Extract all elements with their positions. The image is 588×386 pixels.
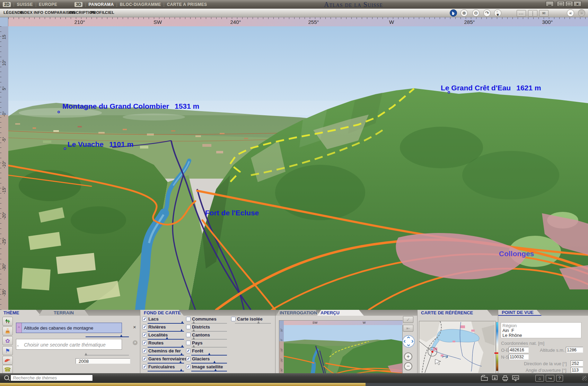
- split-view-button[interactable]: [528, 10, 537, 17]
- menu-info[interactable]: INFO: [34, 10, 43, 15]
- home-button[interactable]: ⌂: [535, 375, 544, 381]
- profile-line-button[interactable]: ---: [517, 10, 526, 17]
- slider-chemins-de-fer[interactable]: [148, 353, 184, 356]
- slider-gares-ferroviaires[interactable]: [148, 361, 184, 364]
- place-label-collonges[interactable]: Collonges: [499, 250, 534, 258]
- slider-routes[interactable]: [148, 345, 184, 348]
- view-carte-a-prismes[interactable]: CARTE A PRISMES: [167, 2, 207, 7]
- checkbox-glaciers[interactable]: ✓: [186, 357, 191, 361]
- checkbox-communes[interactable]: [186, 317, 191, 321]
- link-button[interactable]: ↪: [546, 375, 554, 381]
- tab-apercu[interactable]: APERÇU: [317, 310, 364, 316]
- checkbox-rivieres[interactable]: ✓: [142, 325, 147, 329]
- checkbox-cantons[interactable]: [186, 333, 191, 337]
- mode-2d-button[interactable]: 2D: [3, 2, 11, 7]
- nav-forward-button[interactable]: »: [578, 9, 585, 17]
- tab-terrain[interactable]: TERRAIN: [39, 310, 89, 316]
- print-icon[interactable]: [502, 375, 509, 381]
- checkbox-chemins-de-fer[interactable]: ✓: [142, 349, 147, 353]
- theme-map-slider[interactable]: [86, 335, 129, 338]
- reset-view-button[interactable]: ⇤: [403, 325, 413, 332]
- checkbox-routes[interactable]: ✓: [142, 341, 147, 345]
- theme-map-close-button[interactable]: ×: [133, 324, 136, 330]
- peak-label-le-vuache[interactable]: Le Vuache1101 m: [68, 140, 133, 149]
- view-bloc-diagramme[interactable]: BLOC-DIAGRAMME: [120, 2, 161, 7]
- view-panorama[interactable]: PANORAMA: [89, 2, 114, 7]
- tab-fond-de-carte[interactable]: FOND DE CARTE: [140, 310, 184, 316]
- slider-cantons[interactable]: [191, 337, 227, 340]
- checkbox-gares-ferroviaires[interactable]: ✓: [142, 357, 147, 361]
- zoom-out-tool-button[interactable]: ⊖: [472, 9, 480, 17]
- checkbox-pays[interactable]: [186, 341, 191, 345]
- compass-bar[interactable]: 210° SW 240° 255° W 285° 300°: [8, 17, 588, 26]
- maximize-button[interactable]: [557, 1, 565, 7]
- preview-zoom-in-button[interactable]: +: [404, 352, 412, 361]
- theme-map-combo[interactable]: ^ Altitude des cabanes de montagne: [16, 323, 122, 333]
- slider-communes[interactable]: [191, 321, 227, 324]
- panorama-preview[interactable]: SW W 10° 0° -10° -20° -30°: [279, 320, 403, 377]
- slider-image-satellite[interactable]: [191, 369, 227, 372]
- checkbox-foret[interactable]: ✓: [186, 349, 191, 353]
- help-button[interactable]: ?: [556, 375, 563, 381]
- pan-pad-button[interactable]: [402, 335, 415, 348]
- slider-pays[interactable]: [191, 345, 227, 348]
- pointer-tool-button[interactable]: [450, 9, 457, 17]
- direction-input[interactable]: [571, 360, 583, 366]
- preview-zoom-out-button[interactable]: −: [404, 362, 412, 370]
- checkbox-localites[interactable]: ✓: [142, 333, 147, 337]
- view-suisse[interactable]: SUISSE: [17, 2, 33, 7]
- slider-funiculaires[interactable]: [148, 369, 184, 372]
- tab-carte-de-reference[interactable]: CARTE DE RÉFÉRENCE: [418, 310, 492, 316]
- reference-map[interactable]: [419, 321, 496, 374]
- checkbox-funiculaires[interactable]: ✓: [142, 365, 147, 369]
- peak-label-grand-colombier[interactable]: Montagne du Grand Colombier1531 m: [62, 102, 199, 110]
- angle-input[interactable]: [571, 367, 583, 373]
- export-image-icon[interactable]: [512, 375, 519, 381]
- zoom-in-tool-button[interactable]: ⊕: [460, 9, 468, 17]
- second-theme-combo[interactable]: ^ Choisir une seconde carte thématique: [16, 339, 122, 350]
- theme-flower-icon[interactable]: ✿: [2, 336, 13, 345]
- restore-button[interactable]: [565, 1, 573, 7]
- oe-input[interactable]: [509, 347, 529, 353]
- pan-view-button[interactable]: ↷: [483, 9, 491, 17]
- slider-foret[interactable]: [191, 353, 227, 356]
- theme-phone-icon[interactable]: ☎: [2, 365, 13, 374]
- panorama-3d-view[interactable]: [8, 26, 588, 310]
- theme-trees-icon[interactable]: [2, 317, 13, 326]
- slider-districts[interactable]: [191, 329, 227, 332]
- nav-back-button[interactable]: «: [567, 9, 574, 17]
- minimize-button[interactable]: [546, 1, 554, 7]
- theme-bird-icon[interactable]: [2, 356, 13, 365]
- slider-carte-isolee[interactable]: [235, 321, 271, 324]
- menu-index[interactable]: INDEX: [20, 10, 33, 15]
- menu-profil[interactable]: PROFIL: [90, 10, 105, 15]
- theme-flag-icon[interactable]: ⚑: [2, 346, 13, 355]
- year-input[interactable]: [76, 358, 130, 364]
- checkbox-carte-isolee[interactable]: [231, 317, 236, 321]
- viewpoint-button[interactable]: ↑◉: [494, 9, 501, 17]
- checkbox-lacs[interactable]: ✓: [142, 317, 147, 321]
- checkbox-districts[interactable]: [186, 325, 191, 329]
- tab-interrogation[interactable]: INTERROGATION: [276, 310, 320, 316]
- save-icon[interactable]: [491, 375, 498, 381]
- second-theme-slider[interactable]: [85, 353, 129, 356]
- ns-input[interactable]: [509, 354, 529, 360]
- menu-ciel[interactable]: CIEL: [105, 10, 114, 15]
- peak-label-grand-cret-eau[interactable]: Le Grand Crêt d'Eau1621 m: [441, 84, 541, 92]
- elevation-scale[interactable]: 15 10° 5° -0° -5° -10° -15° -20° -25° -3…: [0, 26, 8, 310]
- slider-rivieres[interactable]: [148, 329, 184, 332]
- send-view-button[interactable]: ✉: [539, 10, 548, 17]
- confirm-button[interactable]: ✓: [403, 316, 413, 323]
- close-button[interactable]: ×: [573, 1, 581, 7]
- place-label-fort-de-l-ecluse[interactable]: Fort de l'Ecluse: [205, 209, 259, 217]
- slider-glaciers[interactable]: [191, 361, 227, 364]
- view-europe[interactable]: EUROPE: [39, 2, 57, 7]
- second-theme-clear-button[interactable]: ×: [133, 340, 138, 345]
- slider-lacs[interactable]: [148, 321, 184, 324]
- open-folder-icon[interactable]: [481, 375, 488, 381]
- theme-clothing-icon[interactable]: [2, 326, 13, 335]
- resize-grip[interactable]: [582, 376, 587, 381]
- checkbox-image-satellite[interactable]: ✓: [186, 365, 191, 369]
- theme-search-input[interactable]: [10, 375, 93, 381]
- tab-point-de-vue[interactable]: POINT DE VUE: [498, 310, 542, 316]
